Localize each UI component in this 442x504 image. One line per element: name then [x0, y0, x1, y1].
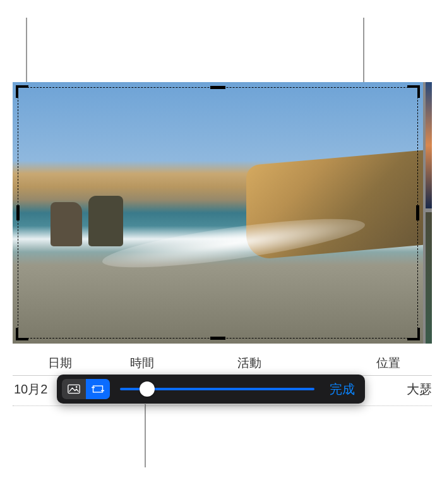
header-place: 位置	[376, 355, 432, 371]
photo-mode-button[interactable]	[62, 379, 86, 399]
svg-point-1	[76, 386, 78, 388]
main-photo[interactable]	[13, 82, 423, 344]
crop-handle-top-right[interactable]	[407, 85, 420, 98]
zoom-slider[interactable]	[120, 379, 314, 399]
header-event: 活動	[237, 355, 376, 371]
crop-icon	[92, 384, 104, 394]
value-place[interactable]: 大瑟	[407, 381, 432, 398]
crop-toolbar: 完成	[57, 375, 365, 404]
thumbnail-photo[interactable]	[426, 212, 432, 344]
svg-rect-2	[93, 386, 103, 392]
photo-canvas	[13, 82, 432, 344]
crop-handle-left[interactable]	[16, 205, 20, 220]
crop-handle-top-left[interactable]	[16, 85, 28, 98]
header-date: 日期	[48, 355, 130, 371]
crop-handle-bottom[interactable]	[210, 337, 225, 340]
callout-line	[145, 404, 146, 467]
crop-handle-right[interactable]	[416, 205, 419, 220]
crop-handle-bottom-right[interactable]	[407, 328, 420, 340]
mode-segmented-control	[62, 379, 110, 399]
done-button[interactable]: 完成	[325, 378, 360, 400]
crop-handle-bottom-left[interactable]	[16, 328, 28, 340]
photo-icon	[68, 384, 80, 394]
thumbnail-photo[interactable]	[426, 82, 432, 208]
header-time: 時間	[130, 355, 237, 371]
crop-mode-button[interactable]	[86, 379, 110, 399]
crop-handle-top[interactable]	[210, 86, 225, 89]
callout-line	[26, 18, 27, 85]
slider-thumb[interactable]	[140, 381, 155, 397]
